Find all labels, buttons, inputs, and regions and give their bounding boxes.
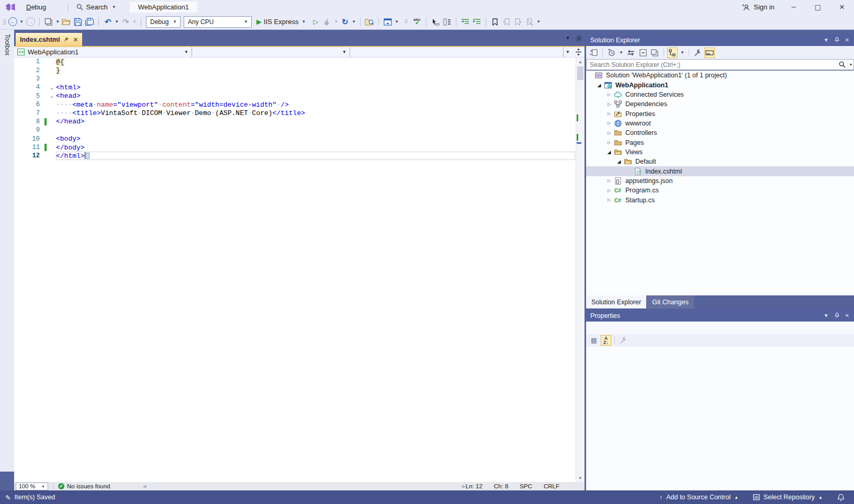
start-debugging-button[interactable]: ▶ IIS Express ▼ (253, 18, 310, 26)
gutter[interactable] (43, 83, 48, 91)
pin-icon[interactable] (63, 37, 69, 42)
whitespace-toggle-button[interactable]: ⠿ (400, 16, 411, 28)
code-line[interactable]: 6····<meta·name="viewport"·content="widt… (14, 100, 585, 109)
search-input[interactable] (587, 61, 837, 68)
gutter[interactable] (43, 100, 48, 109)
file-nesting-dropdown[interactable]: ▼ (679, 50, 686, 55)
tree-item-views[interactable]: ◢Views (586, 147, 854, 157)
filter-dropdown[interactable]: ▼ (618, 50, 624, 55)
gutter[interactable] (43, 58, 48, 66)
save-all-button[interactable] (84, 16, 95, 28)
tree-item-webapplication1[interactable]: ◢WebApplication1 (586, 80, 854, 89)
navbar-member-dropdown[interactable] (350, 47, 564, 57)
window-position-chevron-icon[interactable]: ▼ (824, 37, 829, 43)
toggle-bookmark-button[interactable] (489, 16, 501, 28)
code-line[interactable]: 11</body> (14, 143, 585, 152)
solution-explorer-search[interactable]: ▼ (586, 59, 854, 70)
vertical-scrollbar[interactable]: ▲ ▼ (576, 58, 585, 482)
preview-selected-items-button[interactable] (704, 48, 715, 58)
tree-item-connected-services[interactable]: ▷Connected Services (586, 90, 854, 99)
code-line[interactable]: 5⌄<head> (14, 92, 585, 100)
collapse-icon[interactable]: ◢ (604, 150, 614, 155)
tree-item-dependencies[interactable]: ▷Dependencies (586, 99, 854, 109)
scroll-up-icon[interactable]: ▲ (576, 58, 585, 66)
fold-collapse-icon[interactable]: ⌄ (48, 85, 56, 90)
find-in-files-button[interactable] (364, 16, 375, 28)
gutter[interactable] (43, 126, 48, 134)
solution-tree[interactable]: Solution 'WebApplication1' (1 of 1 proje… (586, 71, 854, 295)
code-line[interactable]: 10<body> (14, 135, 585, 143)
search-icon[interactable] (837, 61, 848, 68)
code-line[interactable]: 1@{ (14, 58, 585, 66)
undo-button[interactable]: ↶ (102, 16, 114, 28)
expand-icon[interactable]: ▷ (604, 198, 614, 202)
restart-dropdown[interactable]: ▼ (351, 19, 357, 24)
navbar-type-dropdown[interactable]: ▼ (192, 47, 350, 57)
code-line[interactable]: 4⌄<html> (14, 83, 585, 91)
tree-item-wwwroot[interactable]: ▷wwwroot (586, 119, 854, 128)
expand-icon[interactable]: ▷ (604, 111, 614, 116)
toolbar-overflow-dropdown[interactable]: ▼ (535, 19, 542, 24)
tree-item-startup-cs[interactable]: ▷C#Startup.cs (586, 195, 854, 204)
expand-icon[interactable]: ▷ (604, 131, 614, 135)
close-icon[interactable]: ✕ (845, 37, 849, 43)
tree-item-appsettings-json[interactable]: ▷{}appsettings.json (586, 176, 854, 186)
code-line[interactable]: 3 (14, 75, 585, 83)
tree-item-index-cshtml[interactable]: @Index.cshtml (586, 166, 854, 176)
categorized-button[interactable]: ▤ (589, 335, 599, 346)
save-button[interactable] (72, 16, 84, 28)
active-files-dropdown-icon[interactable]: ▼ (565, 35, 570, 42)
tree-item-pages[interactable]: ▷Pages (586, 138, 854, 147)
tree-item-controllers[interactable]: ▷Controllers (586, 128, 854, 138)
close-icon[interactable]: ✕ (845, 313, 849, 318)
increase-indent-button[interactable] (471, 16, 482, 28)
collapse-icon[interactable]: ◢ (614, 159, 624, 164)
expand-icon[interactable]: ▷ (604, 92, 614, 97)
notifications-bell-icon[interactable] (837, 494, 845, 501)
expand-icon[interactable]: ▷ (604, 188, 614, 193)
gutter[interactable] (43, 92, 48, 100)
toolbar-grip[interactable]: ⣿ (3, 19, 5, 25)
expand-icon[interactable]: ▷ (604, 140, 614, 145)
sync-with-active-document-button[interactable] (626, 48, 636, 58)
navigate-back-button[interactable]: ← (7, 16, 18, 28)
expand-icon[interactable]: ▷ (604, 178, 614, 183)
tab-solution-explorer[interactable]: Solution Explorer (586, 295, 646, 308)
issues-status-label[interactable]: No issues found (67, 483, 110, 489)
expand-icon[interactable]: ▷ (604, 102, 614, 107)
search-options-chevron-icon[interactable]: ▼ (848, 60, 853, 70)
solution-configuration-combo[interactable]: Debug▼ (146, 16, 181, 28)
tab-index-cshtml[interactable]: Index.cshtml ✕ (16, 33, 82, 46)
navbar-project-dropdown[interactable]: C# WebApplication1 ▼ (14, 47, 192, 57)
code-line[interactable]: 9 (14, 126, 585, 134)
toolbox-tab[interactable]: Toolbox (0, 30, 14, 472)
navbar-member-chevron-icon[interactable]: ▼ (564, 47, 572, 57)
tree-item-solution-webapplication1-1-of-1-project[interactable]: Solution 'WebApplication1' (1 of 1 proje… (586, 71, 854, 80)
hscroll-right-icon[interactable]: ▶ (462, 484, 466, 489)
code-editor[interactable]: 1@{2}34⌄<html>5⌄<head>6····<meta·name="v… (14, 58, 585, 482)
show-all-files-button[interactable] (650, 48, 660, 58)
navigate-back-dropdown[interactable]: ▼ (18, 19, 25, 24)
change-tracking-bar[interactable] (43, 143, 48, 152)
search-control[interactable]: Search ▼ (71, 0, 122, 14)
select-repository-button[interactable]: Select Repository ▲ (753, 494, 823, 501)
menu-debug[interactable]: Debug (21, 0, 64, 14)
code-line[interactable]: 7····<title>VintaSoft·DICOM·Viewer·Demo·… (14, 109, 585, 117)
hscroll-left-icon[interactable]: ◀ (142, 484, 146, 489)
close-tab-icon[interactable]: ✕ (73, 36, 78, 43)
maximize-button[interactable]: □ (806, 0, 830, 14)
run-target-dropdown[interactable]: ▼ (300, 19, 307, 24)
properties-title-bar[interactable]: Properties ▼ ✕ (586, 310, 854, 322)
change-tracking-bar[interactable] (43, 118, 48, 126)
scroll-down-icon[interactable]: ▼ (576, 474, 585, 482)
tree-item-default[interactable]: ◢Default (586, 157, 854, 166)
switch-views-button[interactable] (589, 48, 599, 58)
gutter[interactable] (43, 109, 48, 117)
solution-platform-combo[interactable]: Any CPU▼ (184, 16, 252, 28)
tree-item-program-cs[interactable]: ▷C#Program.cs (586, 186, 854, 195)
restart-button[interactable]: ↻ (339, 16, 351, 28)
close-button[interactable]: ✕ (830, 0, 854, 14)
browser-link-button[interactable] (382, 16, 394, 28)
code-line[interactable]: 8</head> (14, 118, 585, 126)
zoom-level-combo[interactable]: 100 %▼ (16, 483, 48, 490)
